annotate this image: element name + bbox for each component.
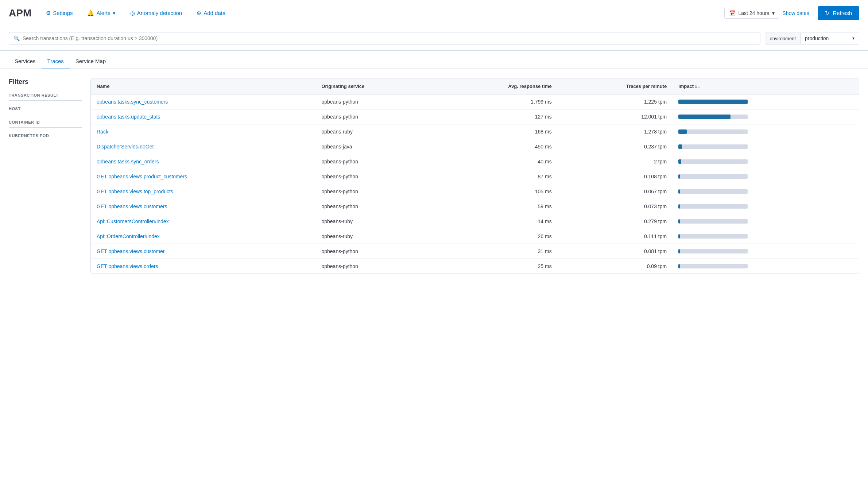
- table-row: Api::CustomersController#index opbeans-r…: [91, 214, 859, 229]
- table-row: GET opbeans.views.top_products opbeans-p…: [91, 184, 859, 199]
- cell-traces-per-minute-4: 2 tpm: [558, 154, 673, 169]
- cell-avg-response-time-0: 1,799 ms: [436, 94, 557, 109]
- table-row: GET opbeans.views.product_customers opbe…: [91, 169, 859, 184]
- table-row: Rack opbeans-ruby 168 ms 1.278 tpm: [91, 124, 859, 139]
- time-picker[interactable]: 📅 Last 24 hours ▾: [724, 8, 779, 19]
- environment-section: environment production ▾: [765, 32, 859, 44]
- cell-avg-response-time-9: 26 ms: [436, 229, 557, 244]
- cell-impact-2: [673, 124, 859, 139]
- cell-originating-service-5: opbeans-python: [315, 169, 436, 184]
- cell-avg-response-time-2: 168 ms: [436, 124, 557, 139]
- cell-traces-per-minute-10: 0.081 tpm: [558, 244, 673, 259]
- col-impact[interactable]: Impact ℹ ↓: [673, 78, 859, 94]
- search-input-wrapper[interactable]: 🔍: [9, 32, 760, 44]
- table-row: GET opbeans.views.orders opbeans-python …: [91, 259, 859, 274]
- tab-services[interactable]: Services: [9, 54, 42, 69]
- cell-originating-service-3: opbeans-java: [315, 139, 436, 154]
- filter-label-container-id: CONTAINER ID: [9, 120, 82, 128]
- cell-impact-6: [673, 184, 859, 199]
- cell-impact-11: [673, 259, 859, 274]
- table-row: opbeans.tasks.update_stats opbeans-pytho…: [91, 109, 859, 124]
- cell-name-11[interactable]: GET opbeans.views.orders: [91, 259, 315, 274]
- add-data-nav[interactable]: ⊕ Add data: [194, 8, 228, 18]
- cell-name-4[interactable]: opbeans.tasks.sync_orders: [91, 154, 315, 169]
- alerts-nav[interactable]: 🔔 Alerts ▾: [84, 8, 118, 18]
- table-row: opbeans.tasks.sync_customers opbeans-pyt…: [91, 94, 859, 109]
- filter-group-host: HOST: [9, 106, 82, 114]
- filter-label-kubernetes-pod: KUBERNETES POD: [9, 133, 82, 141]
- filters-title: Filters: [9, 78, 82, 86]
- filter-label-transaction-result: TRANSACTION RESULT: [9, 93, 82, 101]
- cell-traces-per-minute-1: 12.001 tpm: [558, 109, 673, 124]
- cell-name-1[interactable]: opbeans.tasks.update_stats: [91, 109, 315, 124]
- search-icon: 🔍: [13, 35, 20, 41]
- table-row: GET opbeans.views.customers opbeans-pyth…: [91, 199, 859, 214]
- cell-originating-service-2: opbeans-ruby: [315, 124, 436, 139]
- filter-group-container-id: CONTAINER ID: [9, 120, 82, 128]
- cell-avg-response-time-10: 31 ms: [436, 244, 557, 259]
- environment-select[interactable]: production ▾: [801, 32, 859, 44]
- cell-avg-response-time-1: 127 ms: [436, 109, 557, 124]
- refresh-button[interactable]: ↻ Refresh: [818, 6, 859, 20]
- cell-originating-service-4: opbeans-python: [315, 154, 436, 169]
- environment-value: production: [805, 35, 829, 41]
- cell-avg-response-time-11: 25 ms: [436, 259, 557, 274]
- cell-traces-per-minute-6: 0.067 tpm: [558, 184, 673, 199]
- cell-impact-9: [673, 229, 859, 244]
- cell-traces-per-minute-7: 0.073 tpm: [558, 199, 673, 214]
- time-chevron-icon: ▾: [772, 10, 775, 16]
- anomaly-detection-nav[interactable]: ◎ Anomaly detection: [127, 8, 185, 18]
- cell-name-0[interactable]: opbeans.tasks.sync_customers: [91, 94, 315, 109]
- environment-label: environment: [765, 33, 801, 44]
- cell-impact-10: [673, 244, 859, 259]
- cell-originating-service-8: opbeans-ruby: [315, 214, 436, 229]
- app-title: APM: [9, 7, 31, 19]
- cell-originating-service-0: opbeans-python: [315, 94, 436, 109]
- cell-originating-service-6: opbeans-python: [315, 184, 436, 199]
- cell-traces-per-minute-8: 0.279 tpm: [558, 214, 673, 229]
- show-dates-button[interactable]: Show dates: [782, 10, 809, 16]
- cell-name-10[interactable]: GET opbeans.views.customer: [91, 244, 315, 259]
- cell-avg-response-time-4: 40 ms: [436, 154, 557, 169]
- impact-sort-icon[interactable]: ↓: [698, 84, 700, 89]
- table-row: Api::OrdersController#index opbeans-ruby…: [91, 229, 859, 244]
- cell-name-2[interactable]: Rack: [91, 124, 315, 139]
- gear-icon: ⚙: [46, 10, 51, 16]
- cell-traces-per-minute-3: 0.237 tpm: [558, 139, 673, 154]
- table-row: DispatcherServlet#doGet opbeans-java 450…: [91, 139, 859, 154]
- cell-name-5[interactable]: GET opbeans.views.product_customers: [91, 169, 315, 184]
- cell-name-6[interactable]: GET opbeans.views.top_products: [91, 184, 315, 199]
- settings-nav[interactable]: ⚙ Settings: [43, 8, 75, 18]
- cell-name-3[interactable]: DispatcherServlet#doGet: [91, 139, 315, 154]
- col-originating-service: Originating service: [315, 78, 436, 94]
- tab-service-map[interactable]: Service Map: [70, 54, 112, 69]
- search-input[interactable]: [23, 35, 756, 41]
- cell-traces-per-minute-2: 1.278 tpm: [558, 124, 673, 139]
- col-traces-per-minute: Traces per minute: [558, 78, 673, 94]
- bell-icon: 🔔: [87, 10, 94, 16]
- impact-info-icon: ℹ: [695, 84, 697, 89]
- cell-traces-per-minute-0: 1.225 tpm: [558, 94, 673, 109]
- filters-sidebar: Filters TRANSACTION RESULT HOST CONTAINE…: [9, 78, 82, 274]
- time-section: 📅 Last 24 hours ▾ Show dates: [724, 8, 809, 19]
- table-row: GET opbeans.views.customer opbeans-pytho…: [91, 244, 859, 259]
- filter-group-transaction-result: TRANSACTION RESULT: [9, 93, 82, 101]
- cell-impact-0: [673, 94, 859, 109]
- traces-table: Name Originating service Avg. response t…: [90, 78, 859, 274]
- cell-impact-7: [673, 199, 859, 214]
- table-row: opbeans.tasks.sync_orders opbeans-python…: [91, 154, 859, 169]
- cell-originating-service-10: opbeans-python: [315, 244, 436, 259]
- cell-name-8[interactable]: Api::CustomersController#index: [91, 214, 315, 229]
- alerts-chevron-icon: ▾: [113, 10, 116, 16]
- cell-name-7[interactable]: GET opbeans.views.customers: [91, 199, 315, 214]
- cell-impact-5: [673, 169, 859, 184]
- cell-traces-per-minute-5: 0.108 tpm: [558, 169, 673, 184]
- cell-name-9[interactable]: Api::OrdersController#index: [91, 229, 315, 244]
- tab-traces[interactable]: Traces: [42, 54, 70, 69]
- cell-avg-response-time-6: 105 ms: [436, 184, 557, 199]
- cell-avg-response-time-5: 87 ms: [436, 169, 557, 184]
- cell-originating-service-7: opbeans-python: [315, 199, 436, 214]
- app-header: APM ⚙ Settings 🔔 Alerts ▾ ◎ Anomaly dete…: [0, 0, 868, 26]
- col-name: Name: [91, 78, 315, 94]
- plus-circle-icon: ⊕: [197, 10, 201, 16]
